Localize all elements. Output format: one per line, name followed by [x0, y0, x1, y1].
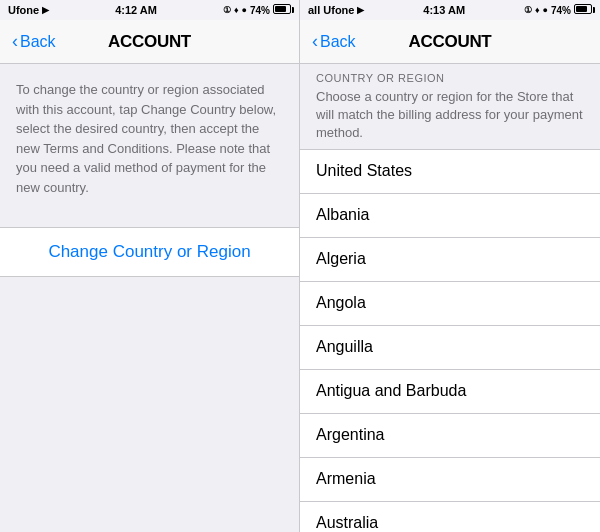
back-button-left[interactable]: ‹ Back [12, 31, 56, 52]
change-country-section[interactable]: Change Country or Region [0, 227, 299, 277]
country-item[interactable]: Australia [300, 502, 600, 532]
status-bar-left: Ufone ▶ 4:12 AM ① ♦ ● 74% [0, 0, 299, 20]
nav-bar-left: ‹ Back ACCOUNT [0, 20, 299, 64]
change-country-button[interactable]: Change Country or Region [48, 242, 250, 261]
right-screen: all Ufone ▶ 4:13 AM ① ♦ ● 74% ‹ Back ACC… [300, 0, 600, 532]
country-item[interactable]: Antigua and Barbuda [300, 370, 600, 414]
country-list: United StatesAlbaniaAlgeriaAngolaAnguill… [300, 150, 600, 532]
status-icons-left: ① ♦ ● 74% [223, 4, 291, 16]
battery-icon-left [273, 4, 291, 16]
left-screen: Ufone ▶ 4:12 AM ① ♦ ● 74% ‹ Back ACCOUNT… [0, 0, 300, 532]
country-name: Angola [316, 294, 366, 312]
country-item[interactable]: Armenia [300, 458, 600, 502]
back-chevron-left: ‹ [12, 31, 18, 52]
country-name: Antigua and Barbuda [316, 382, 466, 400]
country-item[interactable]: Anguilla [300, 326, 600, 370]
back-label-left: Back [20, 33, 56, 51]
back-chevron-right: ‹ [312, 31, 318, 52]
battery-text-right: 74% [551, 5, 571, 16]
country-item[interactable]: Albania [300, 194, 600, 238]
status-bar-right: all Ufone ▶ 4:13 AM ① ♦ ● 74% [300, 0, 600, 20]
info-section: To change the country or region associat… [0, 64, 299, 217]
info-description: To change the country or region associat… [16, 80, 283, 197]
carrier-name-left: Ufone [8, 4, 39, 16]
carrier-signal-left: Ufone ▶ [8, 4, 49, 16]
time-right: 4:13 AM [423, 4, 465, 16]
carrier-name-right: all Ufone [308, 4, 354, 16]
carrier-signal-right: all Ufone ▶ [308, 4, 364, 16]
left-content: To change the country or region associat… [0, 64, 299, 532]
battery-icon-right [574, 4, 592, 16]
country-item[interactable]: Argentina [300, 414, 600, 458]
country-name: Armenia [316, 470, 376, 488]
battery-text-left: 74% [250, 5, 270, 16]
location-icon-right: ① [524, 5, 532, 15]
country-name: Australia [316, 514, 378, 532]
country-name: Anguilla [316, 338, 373, 356]
country-name: United States [316, 162, 412, 180]
country-name: Algeria [316, 250, 366, 268]
wifi-icon-right: ● [543, 5, 548, 15]
nav-bar-right: ‹ Back ACCOUNT [300, 20, 600, 64]
section-header: COUNTRY OR REGION Choose a country or re… [300, 64, 600, 150]
country-item[interactable]: United States [300, 150, 600, 194]
location-icon-left: ① [223, 5, 231, 15]
country-item[interactable]: Algeria [300, 238, 600, 282]
country-item[interactable]: Angola [300, 282, 600, 326]
nav-title-left: ACCOUNT [108, 32, 191, 52]
signal-icon-right: ▶ [357, 5, 364, 15]
nav-title-right: ACCOUNT [409, 32, 492, 52]
bluetooth-icon-left: ♦ [234, 5, 239, 15]
country-name: Argentina [316, 426, 385, 444]
time-left: 4:12 AM [115, 4, 157, 16]
signal-icon-left: ▶ [42, 5, 49, 15]
section-header-description: Choose a country or region for the Store… [316, 88, 584, 143]
status-icons-right: ① ♦ ● 74% [524, 4, 592, 16]
section-header-title: COUNTRY OR REGION [316, 72, 584, 84]
back-label-right: Back [320, 33, 356, 51]
wifi-icon-left: ● [242, 5, 247, 15]
back-button-right[interactable]: ‹ Back [312, 31, 356, 52]
bluetooth-icon-right: ♦ [535, 5, 540, 15]
country-name: Albania [316, 206, 369, 224]
